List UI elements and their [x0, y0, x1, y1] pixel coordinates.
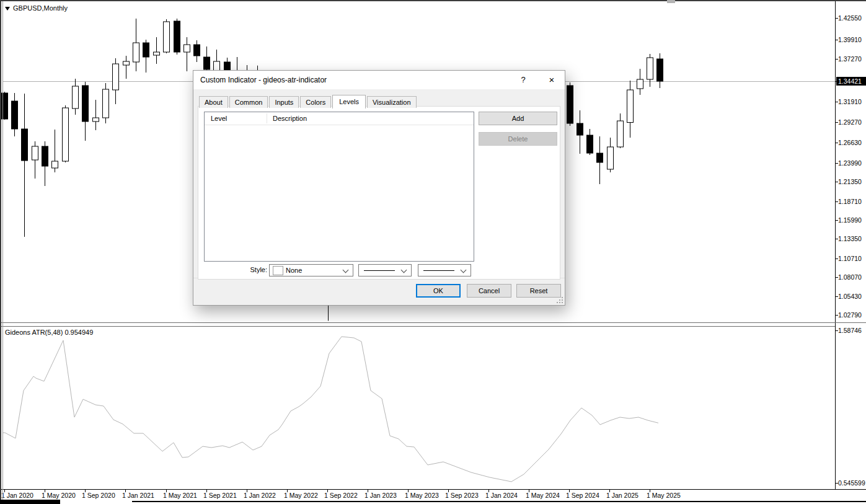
help-button[interactable]: ?: [511, 71, 535, 89]
dialog-title: Custom Indicator - gideos-atr-indicator: [200, 76, 327, 84]
style-combobox-value: None: [286, 267, 302, 274]
line-width-sample: [423, 270, 454, 271]
line-style-combobox[interactable]: [358, 264, 412, 276]
delete-button[interactable]: Delete: [479, 132, 557, 146]
window-left-inner-border: [2, 1, 3, 501]
ok-button[interactable]: OK: [416, 284, 461, 298]
levels-list[interactable]: LevelDescription: [204, 112, 474, 262]
chevron-down-icon: [401, 267, 407, 273]
style-row: Style: None: [198, 264, 560, 276]
horizontal-scrollbar-track[interactable]: [132, 501, 866, 502]
tab-inputs[interactable]: Inputs: [269, 96, 299, 108]
resize-grip[interactable]: [557, 297, 563, 303]
column-header-level[interactable]: Level: [205, 112, 227, 125]
cancel-button[interactable]: Cancel: [467, 284, 511, 298]
color-none-swatch: [273, 266, 283, 275]
close-icon[interactable]: ×: [540, 71, 563, 89]
tab-strip: AboutCommonInputsColorsLevelsVisualizati…: [199, 94, 418, 108]
column-header-description[interactable]: Description: [267, 112, 307, 125]
column-divider[interactable]: [267, 113, 267, 123]
horizontal-scrollbar-thumb[interactable]: [0, 500, 60, 504]
style-combobox[interactable]: None: [269, 264, 353, 276]
tab-about[interactable]: About: [199, 96, 228, 108]
terminal-chart-window: GBPUSD,Monthly Gideons ATR(5,48) 0.95494…: [0, 0, 866, 504]
tab-page-levels: LevelDescription Add Delete Style: None: [198, 106, 560, 280]
indicator-legend: Gideons ATR(5,48) 0.954949: [5, 329, 93, 336]
panel-divider-lower: [0, 326, 835, 327]
symbol-legend-label: GBPUSD,Monthly: [13, 4, 68, 12]
window-top-widget[interactable]: [667, 0, 675, 3]
levels-list-header: LevelDescription: [205, 112, 474, 125]
symbol-legend[interactable]: GBPUSD,Monthly: [5, 4, 68, 12]
dialog-button-row: OK Cancel Reset: [193, 278, 565, 305]
line-width-combobox[interactable]: [418, 264, 471, 276]
window-left-border: [0, 0, 1, 502]
tab-common[interactable]: Common: [229, 96, 268, 108]
style-label: Style:: [250, 266, 267, 273]
tab-visualization[interactable]: Visualization: [367, 96, 417, 108]
custom-indicator-dialog: Custom Indicator - gideos-atr-indicator …: [193, 70, 565, 306]
chevron-down-icon: [343, 267, 349, 273]
tab-levels[interactable]: Levels: [332, 95, 366, 108]
reset-button[interactable]: Reset: [516, 284, 561, 298]
add-button[interactable]: Add: [479, 112, 557, 125]
tab-colors[interactable]: Colors: [300, 96, 331, 108]
line-style-sample: [364, 270, 395, 271]
panel-divider[interactable]: [0, 322, 866, 323]
chevron-down-icon: [461, 267, 467, 273]
window-top-border: [0, 0, 866, 1]
dropdown-triangle-icon: [5, 7, 10, 11]
dialog-titlebar[interactable]: Custom Indicator - gideos-atr-indicator …: [193, 71, 565, 89]
